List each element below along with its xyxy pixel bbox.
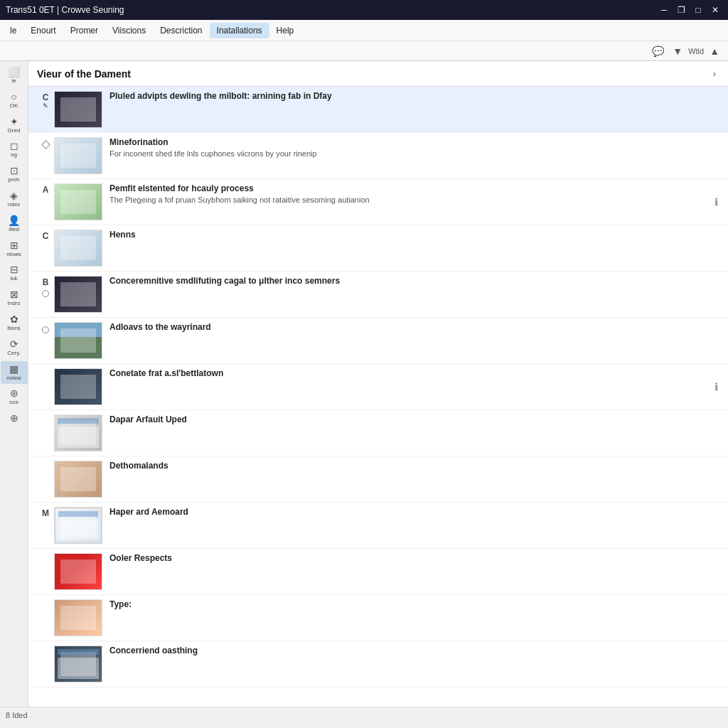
- main-layout: ⬜le○OK✦Gred◻og⊡proh◈ndez👤ified⊞nlows⊟luk…: [0, 61, 728, 707]
- sidebar-item-6[interactable]: 👤ified: [1, 213, 28, 236]
- status-bar: 8 Ided: [0, 707, 728, 722]
- comment-button[interactable]: 💬: [649, 44, 667, 58]
- list-item[interactable]: MineforinationFor inconent shed tife lnl…: [28, 133, 728, 179]
- sidebar-item-7[interactable]: ⊞nlows: [1, 237, 28, 261]
- list-item-title: Haper ard Aemoard: [109, 507, 719, 517]
- close-button[interactable]: ✕: [708, 4, 722, 16]
- menu-item-help[interactable]: Help: [269, 23, 301, 38]
- info-icon[interactable]: ℹ: [714, 196, 718, 208]
- maximize-button[interactable]: □: [691, 4, 705, 16]
- sidebar-icon-10: ✿: [10, 314, 18, 324]
- menu-item-inatallations[interactable]: Inatallations: [210, 23, 269, 38]
- marker-diamond: [41, 140, 50, 149]
- title-bar: Trans51 0ET | Crowve Seuning ─ ❐ □ ✕: [0, 0, 728, 20]
- menu-bar: leEnourtPromerViiscionsDescrictionInatal…: [0, 20, 728, 41]
- sidebar-icon-7: ⊞: [10, 240, 18, 250]
- menu-item-le[interactable]: le: [3, 23, 23, 38]
- sidebar-item-13[interactable]: ⊛oce: [1, 385, 28, 409]
- marker-letter: C: [43, 92, 49, 102]
- sidebar-label-9: Indrs: [8, 301, 21, 307]
- list-item-title: Dapar Arfauit Uped: [109, 414, 719, 424]
- list-item-thumb: [54, 137, 102, 174]
- sidebar-label-5: ndez: [8, 202, 20, 208]
- list-item-thumb: [54, 599, 102, 636]
- marker-letter: C: [43, 231, 49, 241]
- sidebar-label-6: ified: [9, 227, 19, 233]
- sidebar-label-4: proh: [8, 177, 19, 183]
- sidebar-item-14[interactable]: ⊕: [1, 410, 28, 426]
- sidebar-item-5[interactable]: ◈ndez: [1, 188, 28, 211]
- list-item-subtitle: The Ptegeing a fof pruan Suybhom saiking…: [109, 195, 719, 205]
- search-text-display: Wtld: [688, 47, 704, 55]
- sidebar-label-1: OK: [10, 103, 18, 109]
- list-item[interactable]: CHenns: [28, 225, 728, 272]
- list-item-marker: B: [37, 276, 54, 297]
- minimize-button[interactable]: ─: [657, 4, 671, 16]
- menu-item-promer[interactable]: Promer: [63, 23, 105, 38]
- sidebar-item-12[interactable]: ▦nview: [1, 361, 28, 385]
- list-item-thumb: [54, 230, 102, 267]
- sidebar-icon-9: ⊠: [10, 289, 18, 299]
- sidebar-item-1[interactable]: ○OK: [1, 89, 28, 112]
- sidebar-label-0: le: [11, 78, 16, 85]
- list-item[interactable]: Ooler Respects: [28, 549, 728, 595]
- list-item-title: Conetate frat a.sl'bettlatown: [109, 368, 719, 378]
- sidebar-icon-1: ○: [11, 92, 16, 102]
- sidebar-item-0[interactable]: ⬜le: [1, 64, 28, 87]
- sidebar-item-10[interactable]: ✿ltions: [1, 311, 28, 335]
- list-item-marker: [37, 553, 54, 555]
- list-item[interactable]: Conetate frat a.sl'bettlatownℹ: [28, 364, 728, 410]
- list-item-content: Pluled advipts dewling the milbolt: arni…: [109, 91, 719, 102]
- list-item[interactable]: APemfit elstented for hcauly processThe …: [28, 179, 728, 225]
- sidebar-label-10: ltions: [7, 326, 21, 332]
- title-bar-title: Trans51 0ET | Crowve Seuning: [6, 5, 124, 15]
- menu-item-descriction[interactable]: Descriction: [153, 23, 209, 38]
- list-item-title: Type:: [109, 599, 719, 609]
- list-item-content: MineforinationFor inconent shed tife lnl…: [109, 137, 719, 159]
- sidebar-item-3[interactable]: ◻og: [1, 138, 28, 161]
- list-item[interactable]: Type:: [28, 595, 728, 641]
- sidebar-item-4[interactable]: ⊡proh: [1, 163, 28, 186]
- view-chevron-button[interactable]: ›: [710, 67, 719, 80]
- sidebar-icon-4: ⊡: [10, 166, 18, 176]
- list-item-content: Adloavs to the wayrinard: [109, 322, 719, 333]
- list-item[interactable]: Adloavs to the wayrinard: [28, 318, 728, 364]
- list-item-thumb: [54, 414, 102, 451]
- sidebar-item-11[interactable]: ⟳Cery.: [1, 336, 28, 360]
- list-item[interactable]: BConceremnitive smdlifuting cagal to μlt…: [28, 272, 728, 318]
- sidebar-label-12: nview: [6, 375, 21, 382]
- list-item-title: Adloavs to the wayrinard: [109, 322, 719, 332]
- list-item-content: Conceremnitive smdlifuting cagal to μlth…: [109, 276, 719, 287]
- list-item[interactable]: Dapar Arfauit Uped: [28, 410, 728, 456]
- list-item-marker: [37, 646, 54, 647]
- list-item-thumb: [54, 91, 102, 128]
- sidebar-label-7: nlows: [6, 252, 21, 258]
- sidebar-icon-3: ◻: [10, 141, 18, 151]
- sidebar-item-2[interactable]: ✦Gred: [1, 114, 28, 137]
- sidebar-item-9[interactable]: ⊠Indrs: [1, 287, 28, 310]
- list-item[interactable]: Dethomalands: [28, 456, 728, 503]
- menu-item-viiscions[interactable]: Viiscions: [105, 23, 153, 38]
- list-item-thumb: [54, 322, 102, 359]
- restore-button[interactable]: ❐: [674, 4, 688, 16]
- sidebar-label-3: og: [11, 152, 17, 159]
- sidebar-label-2: Gred: [8, 128, 21, 134]
- list-item-title: Mineforination: [109, 137, 719, 147]
- list-item[interactable]: Concerriend oasthing: [28, 641, 728, 687]
- list-item-content: Haper ard Aemoard: [109, 507, 719, 518]
- list-item-marker: C✎: [37, 91, 54, 109]
- info-icon[interactable]: ℹ: [714, 381, 718, 392]
- list-item-marker: [37, 599, 54, 601]
- menu-item-enourt[interactable]: Enourt: [23, 23, 63, 38]
- list-item[interactable]: MHaper ard Aemoard: [28, 503, 728, 549]
- sidebar-item-8[interactable]: ⊟luk: [1, 262, 28, 285]
- sidebar-icon-14: ⊕: [10, 413, 18, 423]
- list-item-content: Concerriend oasthing: [109, 646, 719, 657]
- up-button[interactable]: ▲: [707, 44, 722, 58]
- list-item[interactable]: C✎Pluled advipts dewling the milbolt: ar…: [28, 87, 728, 133]
- list-item-marker: [37, 368, 54, 370]
- filter-button[interactable]: ▼: [670, 44, 685, 58]
- list-area[interactable]: C✎Pluled advipts dewling the milbolt: ar…: [28, 87, 728, 707]
- header-bar: 💬 ▼ Wtld ▲: [0, 41, 728, 61]
- sidebar-icon-11: ⟳: [10, 339, 18, 349]
